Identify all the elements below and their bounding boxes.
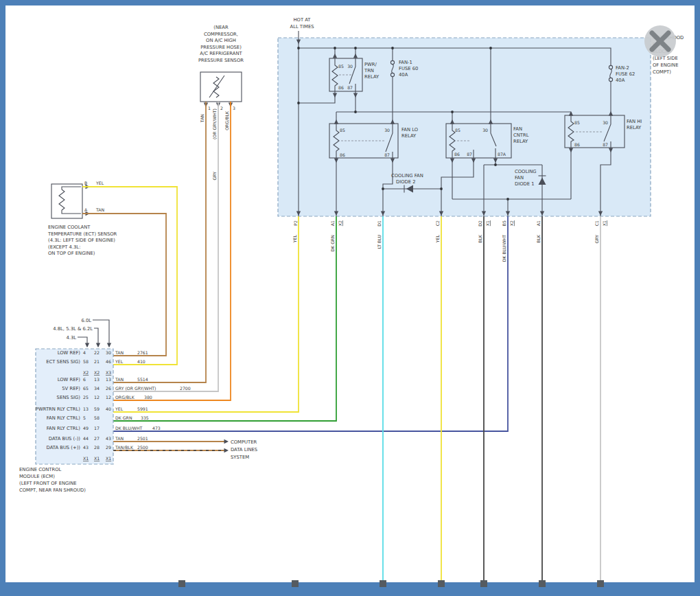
sensor-pin-number: 1 bbox=[208, 106, 211, 111]
ecm-pin: 28 bbox=[94, 445, 100, 450]
ecm-row-label: LOW REF) bbox=[58, 350, 81, 356]
relay-pin-label: 87 bbox=[347, 85, 353, 90]
sensor-pin-number: 3 bbox=[233, 106, 235, 111]
ecm-wire-color: YEL bbox=[115, 406, 124, 411]
wire-color-label: LT BLU bbox=[377, 235, 382, 249]
exit-pin-label: P2 bbox=[293, 220, 298, 226]
relay-name: FAN LO bbox=[401, 127, 418, 133]
sensor-caption: (4.3L: LEFT SIDE OF ENGINE) bbox=[48, 238, 115, 243]
ecm-pin: 44 bbox=[83, 436, 89, 441]
ecm-pin: 40 bbox=[106, 406, 111, 411]
wire-color-label: GRY bbox=[594, 235, 599, 244]
relay-pin-label: 87A bbox=[498, 152, 506, 157]
exit-pin-label: A1 bbox=[330, 220, 335, 226]
hot-at-all-times-label: HOT AT bbox=[293, 17, 311, 23]
relay-name: PWR/ bbox=[364, 62, 377, 67]
relay-name: FAN bbox=[513, 126, 522, 132]
wire-color-label: (OR GRY/WHT) bbox=[212, 108, 217, 139]
ecm-caption: (LEFT FRONT OF ENGINE bbox=[19, 481, 77, 486]
ecm-wire-color: YEL bbox=[115, 359, 124, 364]
ecm-pin: 13 bbox=[106, 377, 111, 382]
ecm-circuit-number: 2700 bbox=[180, 386, 191, 391]
ecm-pin: 49 bbox=[83, 426, 89, 431]
sensor-caption: ON A/C HIGH bbox=[206, 38, 236, 43]
ecm-connector-id: X3 bbox=[106, 370, 111, 375]
ecm-connector-id: X1 bbox=[94, 456, 100, 461]
ecm-wire-color: TAN bbox=[115, 377, 124, 382]
fuse-label: FAN-1 bbox=[399, 60, 412, 65]
relay-pin-label: 86 bbox=[340, 152, 345, 157]
exit-pin-label: D2 bbox=[478, 220, 482, 227]
relay-pin-label: 30 bbox=[384, 128, 390, 133]
wire-color-label: BLK bbox=[478, 234, 482, 243]
variant-label: 4.8L, 5.3L & 6.2L bbox=[53, 326, 93, 332]
close-button[interactable] bbox=[644, 25, 676, 57]
relay-name: TRN bbox=[364, 68, 374, 73]
relay-pin-label: 86 bbox=[338, 85, 344, 90]
ecm-pin: 21 bbox=[94, 359, 100, 364]
relay-pin-label: 85 bbox=[455, 128, 460, 133]
ecm-pin: 58 bbox=[94, 415, 100, 420]
relay-pin-label: 87 bbox=[603, 142, 608, 147]
relay-name: RELAY bbox=[364, 74, 380, 80]
ecm-connector-id: X1 bbox=[83, 456, 89, 461]
ecm-pin: 27 bbox=[94, 436, 100, 441]
sensor-caption: (EXCEPT 4.3L: bbox=[48, 244, 80, 250]
fuse-label: 40A bbox=[616, 78, 625, 83]
ecm-wire-color: TAN bbox=[115, 436, 124, 441]
fuse-block-title-line: COMPT) bbox=[653, 69, 671, 75]
ecm-circuit-number: 2501 bbox=[137, 436, 148, 441]
relay-name: CNTRL bbox=[513, 133, 529, 138]
fuse-label: 40A bbox=[399, 72, 408, 78]
wire-color-label: YEL bbox=[435, 234, 440, 243]
ecm-row-label: 5V REF) bbox=[62, 386, 80, 391]
exit-connector-label: X2 bbox=[338, 220, 342, 226]
wire-color-label: DK BLU/WHT bbox=[502, 235, 506, 262]
ecm-connector-id: X1 bbox=[106, 456, 111, 461]
ecm-pin: 5 bbox=[83, 415, 86, 420]
ecm-pin: 6 bbox=[83, 377, 86, 382]
sensor-caption: A/C REFRIGERANT bbox=[200, 51, 242, 56]
wire-color-label: DK GRN bbox=[330, 235, 335, 252]
variant-label: 6.0L bbox=[81, 318, 91, 323]
ecm-pin: 34 bbox=[94, 386, 100, 391]
ecm-pin: 43 bbox=[83, 445, 89, 450]
sensor-pin-letter: B bbox=[84, 181, 87, 185]
ecm-pin: 58 bbox=[83, 359, 89, 364]
sensor-caption: TEMPERATURE (ECT) SENSOR bbox=[47, 231, 117, 237]
ecm-pin: 12 bbox=[94, 395, 100, 400]
relay-name: RELAY bbox=[627, 125, 642, 130]
diode-label: DIODE 2 bbox=[396, 179, 416, 185]
relay-pin-label: 85 bbox=[574, 120, 580, 125]
sensor-pin-number: 2 bbox=[220, 106, 223, 111]
relay-pin-label: 87 bbox=[467, 152, 472, 157]
wire-color-label: YEL bbox=[95, 181, 104, 185]
ecm-wire-color: DK GRN bbox=[115, 415, 132, 420]
ecm-caption: ENGINE CONTROL bbox=[19, 467, 62, 472]
ecm-pin: 22 bbox=[94, 350, 100, 355]
relay-pin-label: 85 bbox=[340, 128, 345, 133]
ecm-pin: 13 bbox=[83, 406, 89, 411]
ecm-wire-color: TAN bbox=[115, 350, 124, 355]
wire-color-label: GRY bbox=[212, 172, 217, 181]
variant-label: 4.3L bbox=[66, 335, 76, 341]
ecm-caption: MODULE (ECM) bbox=[19, 474, 55, 479]
diode-label: FAN bbox=[515, 175, 524, 181]
wire-color-label: ORG/BLK bbox=[224, 111, 229, 130]
ecm-pin: 17 bbox=[94, 426, 100, 431]
relay-pin-label: 30 bbox=[347, 64, 353, 69]
ecm-circuit-number: 5514 bbox=[137, 377, 148, 382]
ecm-pin: 4 bbox=[83, 350, 86, 355]
ecm-wire-color: GRY (OR GRY/WHT) bbox=[115, 386, 156, 391]
ecm-row-label: PWRTRN RLY CTRL) bbox=[36, 406, 80, 412]
sensor-caption: ENGINE COOLANT bbox=[48, 225, 91, 230]
ecm-pin: 30 bbox=[106, 350, 111, 355]
fuse-block-title-line: OF ENGINE bbox=[653, 62, 678, 68]
wire-color-label: TAN bbox=[200, 114, 205, 124]
sensor-caption: ON TOP OF ENGINE) bbox=[48, 251, 95, 256]
ecm-wire-color: DK BLU/WHT bbox=[115, 426, 143, 431]
ecm-row-label: DATA BUS (-)) bbox=[49, 436, 81, 442]
relay-name: RELAY bbox=[401, 133, 417, 139]
ecm-pin: 46 bbox=[106, 359, 111, 364]
ecm-wire-color: TAN/BLK bbox=[115, 445, 134, 450]
